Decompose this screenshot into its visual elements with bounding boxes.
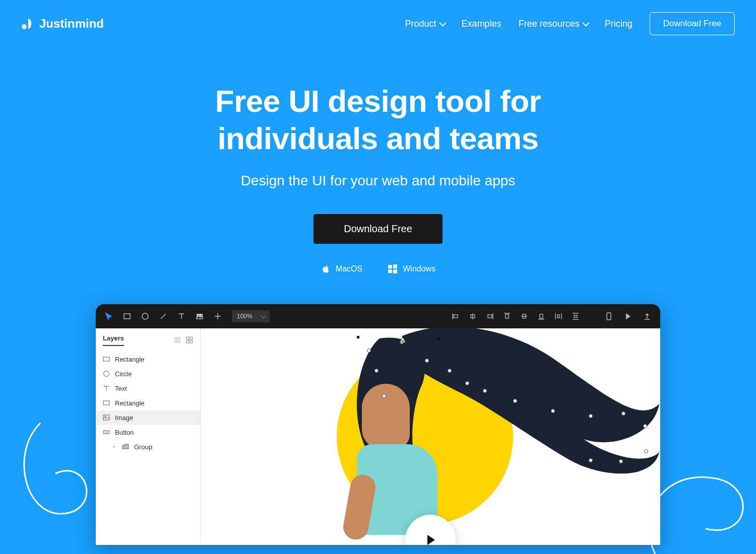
canvas[interactable] [201, 328, 660, 545]
svg-rect-36 [103, 357, 109, 361]
align-top-icon[interactable] [503, 312, 511, 320]
layers-sidebar: Layers RectangleCircleTextRectangleImage… [96, 328, 201, 545]
platform-windows-label: Windows [403, 264, 435, 273]
svg-rect-24 [557, 315, 559, 318]
app-mockup: 100% Layers [96, 304, 660, 545]
svg-rect-4 [393, 269, 397, 273]
layer-label: Rectangle [115, 399, 145, 407]
upload-icon[interactable] [643, 312, 651, 320]
svg-line-7 [161, 314, 166, 319]
line-tool-icon[interactable] [159, 312, 167, 320]
pointer-tool-icon[interactable] [105, 312, 113, 320]
svg-rect-38 [103, 401, 109, 405]
apple-icon [321, 264, 331, 274]
align-group [452, 312, 580, 320]
svg-point-0 [22, 24, 27, 29]
play-icon [423, 532, 438, 545]
layer-label: Text [115, 385, 127, 392]
svg-rect-5 [124, 314, 130, 319]
distribute-h-icon[interactable] [554, 312, 562, 320]
distribute-v-icon[interactable] [572, 312, 580, 320]
align-bottom-icon[interactable] [537, 312, 545, 320]
sidebar-header: Layers [96, 328, 200, 350]
nav-resources[interactable]: Free resources [519, 19, 588, 29]
nav-product-label: Product [405, 19, 436, 29]
bezier-handle[interactable] [357, 336, 359, 338]
hero-title-line2: individuals and teams [217, 121, 538, 156]
svg-rect-33 [190, 337, 193, 339]
nav-pricing[interactable]: Pricing [605, 19, 633, 29]
layer-label: Rectangle [115, 356, 145, 363]
anchor-node[interactable] [382, 394, 386, 398]
image-tool-icon[interactable] [196, 312, 204, 320]
pen-cursor-icon [397, 336, 408, 347]
text-tool-icon[interactable] [177, 312, 185, 320]
anchor-node[interactable] [448, 369, 452, 373]
layer-item[interactable]: Group [96, 440, 200, 454]
align-center-v-icon[interactable] [520, 312, 528, 320]
sidebar-title: Layers [103, 334, 124, 346]
rectangle-tool-icon[interactable] [123, 312, 131, 320]
chevron-down-icon [260, 313, 266, 318]
svg-rect-27 [574, 315, 577, 317]
svg-point-37 [104, 371, 109, 377]
tool-group-shapes [105, 312, 222, 320]
hero-title-line1: Free UI design tool for [215, 84, 541, 118]
play-icon[interactable] [624, 312, 632, 320]
anchor-node[interactable] [551, 409, 555, 413]
hero-title: Free UI design tool for individuals and … [0, 83, 756, 158]
nav-examples[interactable]: Examples [462, 19, 501, 29]
logo[interactable]: Justinmind [21, 17, 104, 31]
layer-item[interactable]: Image [96, 410, 200, 425]
logo-icon [21, 17, 35, 31]
ellipse-tool-icon[interactable] [141, 312, 149, 320]
chevron-down-icon [582, 20, 589, 27]
anchor-node[interactable] [513, 399, 517, 403]
layer-item[interactable]: Button [96, 425, 200, 440]
align-right-icon[interactable] [486, 312, 494, 320]
download-button-header[interactable]: Download Free [650, 12, 735, 35]
layer-item[interactable]: Rectangle [96, 352, 200, 367]
svg-rect-28 [607, 313, 611, 320]
platform-windows[interactable]: Windows [388, 264, 435, 274]
svg-rect-35 [190, 340, 193, 343]
grid-view-icon[interactable] [186, 336, 193, 343]
layer-item[interactable]: Text [96, 381, 200, 396]
anchor-node[interactable] [589, 458, 593, 462]
layer-label: Button [115, 429, 134, 436]
anchor-node[interactable] [367, 349, 371, 353]
anchor-node[interactable] [644, 449, 648, 453]
svg-rect-34 [186, 340, 189, 343]
add-tool-icon[interactable] [214, 312, 222, 320]
download-button-hero[interactable]: Download Free [313, 214, 443, 244]
svg-rect-3 [388, 269, 392, 273]
bezier-handle[interactable] [437, 337, 440, 340]
layer-label: Group [134, 443, 152, 451]
layer-item[interactable]: Rectangle [96, 396, 200, 410]
main-nav: Product Examples Free resources Pricing … [405, 12, 735, 35]
chevron-down-icon [439, 20, 446, 27]
svg-rect-2 [393, 264, 397, 268]
hero-subtitle: Design the UI for your web and mobile ap… [0, 173, 756, 189]
anchor-node[interactable] [425, 359, 429, 363]
anchor-node[interactable] [483, 389, 487, 393]
anchor-node[interactable] [619, 459, 623, 463]
anchor-node[interactable] [465, 381, 469, 385]
anchor-node[interactable] [374, 369, 379, 373]
align-center-h-icon[interactable] [469, 312, 477, 320]
platform-macos[interactable]: MacOS [321, 264, 362, 274]
zoom-selector[interactable]: 100% [232, 310, 270, 322]
nav-product[interactable]: Product [405, 19, 445, 29]
anchor-node[interactable] [589, 414, 593, 418]
nav-pricing-label: Pricing [605, 19, 633, 29]
nav-examples-label: Examples [462, 19, 501, 29]
layer-label: Circle [115, 370, 132, 378]
list-view-icon[interactable] [174, 336, 181, 343]
align-left-icon[interactable] [452, 312, 460, 320]
anchor-node[interactable] [621, 411, 625, 416]
svg-rect-21 [540, 314, 543, 318]
anchor-node[interactable] [643, 424, 647, 428]
right-tools [605, 312, 651, 320]
layer-item[interactable]: Circle [96, 367, 200, 381]
device-preview-icon[interactable] [605, 312, 613, 320]
